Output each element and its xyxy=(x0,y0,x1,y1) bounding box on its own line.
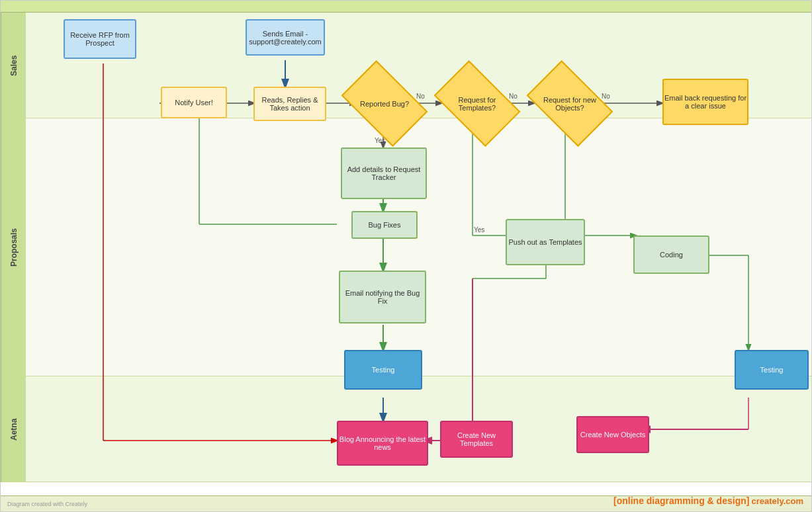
reads-replies-shape: Reads, Replies & Takes action xyxy=(253,87,326,121)
watermark: [online diagramming & design] creately.c… xyxy=(613,495,803,506)
receive-rfp-shape: Receive RFP from Prospect xyxy=(64,19,136,59)
sends-email-shape: Sends Email - support@creately.com xyxy=(246,19,325,56)
header-row xyxy=(1,1,811,13)
create-templates-shape: Create New Templates xyxy=(440,421,513,458)
testing-right-shape: Testing xyxy=(735,350,809,390)
lane-label-proposals: Proposals xyxy=(1,118,26,376)
coding-shape: Coding xyxy=(633,235,709,274)
email-notifying-shape: Email notifying the Bug Fix xyxy=(339,271,426,323)
reported-bug-diamond: Reported Bug? xyxy=(348,79,421,128)
request-templates-diamond: Request for Templates? xyxy=(441,79,514,128)
blog-announcing-shape: Blog Announcing the latest news xyxy=(337,421,428,466)
notify-user-shape: Notify User! xyxy=(161,87,227,118)
request-objects-diamond: Request for new Objects? xyxy=(533,79,606,128)
diagram-container: Sales Proposals Aetna xyxy=(0,0,812,512)
lane-label-aetna: Aetna xyxy=(1,376,26,482)
push-out-shape: Push out as Templates xyxy=(506,219,585,265)
bug-fixes-shape: Bug Fixes xyxy=(351,211,418,239)
lane-label-sales: Sales xyxy=(1,13,26,118)
testing-left-shape: Testing xyxy=(344,350,422,390)
email-back-shape: Email back requesting for a clear issue xyxy=(662,79,748,125)
add-details-shape: Add details to Request Tracker xyxy=(341,148,427,199)
create-objects-shape: Create New Objects xyxy=(576,416,649,453)
